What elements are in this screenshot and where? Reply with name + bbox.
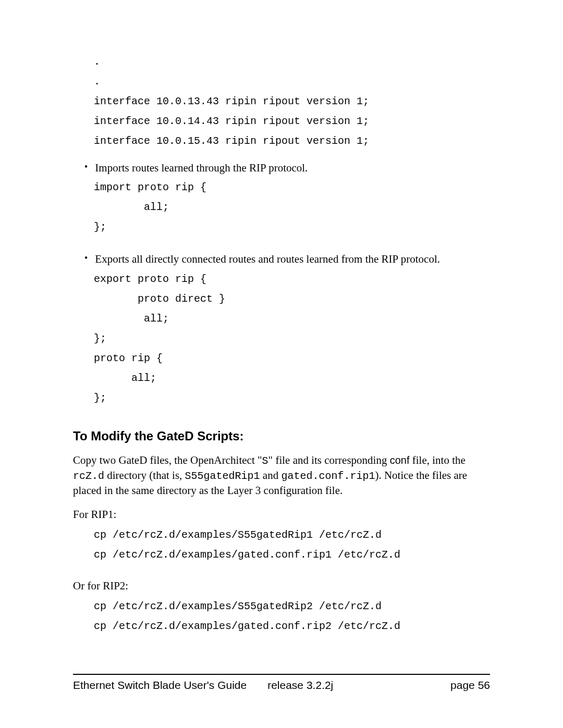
bullet-item: • Imports routes learned through the RIP… [84, 161, 490, 176]
rip1-commands: cp /etc/rcZ.d/examples/S55gatedRip1 /etc… [94, 525, 490, 565]
section-heading: To Modify the GateD Scripts: [73, 429, 490, 443]
bullet-item: • Exports all directly connected routes … [84, 252, 490, 267]
para-code: gated.conf.rip1 [281, 470, 375, 482]
export-rip-code: export proto rip { proto direct } all; }… [94, 269, 490, 408]
page: . . interface 10.0.13.43 ripin ripout ve… [0, 0, 563, 728]
para-code: S55gatedRip1 [185, 470, 260, 482]
para-text: " file and its corresponding [268, 454, 390, 466]
bullet-dot-icon: • [84, 161, 88, 174]
para-code: rcZ.d [73, 470, 104, 482]
import-rip-code: import proto rip { all; }; [94, 178, 490, 237]
interface-config-code: . . interface 10.0.13.43 ripin ripout ve… [94, 52, 490, 151]
para-text: file, into the [410, 454, 466, 466]
footer-release: release 3.2.2j [267, 679, 333, 692]
body-paragraph: Copy two GateD files, the OpenArchitect … [73, 453, 490, 498]
para-code: S [262, 455, 268, 467]
bullet-text: Imports routes learned through the RIP p… [95, 161, 308, 176]
footer-row: Ethernet Switch Blade User's Guide relea… [73, 679, 490, 692]
rip2-label: Or for RIP2: [73, 579, 490, 593]
bullet-dot-icon: • [84, 252, 88, 265]
page-footer: Ethernet Switch Blade User's Guide relea… [73, 674, 490, 692]
rip1-label: For RIP1: [73, 508, 490, 521]
rip2-commands: cp /etc/rcZ.d/examples/S55gatedRip2 /etc… [94, 597, 490, 636]
footer-left: Ethernet Switch Blade User's Guide relea… [73, 679, 333, 692]
para-sans: conf [390, 454, 410, 466]
bullet-text: Exports all directly connected routes an… [95, 252, 440, 267]
para-text: Copy two GateD files, the OpenArchitect … [73, 454, 262, 466]
para-text: directory (that is, [104, 469, 185, 482]
para-text: and [260, 469, 282, 482]
footer-page-number: page 56 [450, 679, 490, 692]
footer-rule [73, 674, 490, 675]
footer-title: Ethernet Switch Blade User's Guide [73, 679, 247, 692]
